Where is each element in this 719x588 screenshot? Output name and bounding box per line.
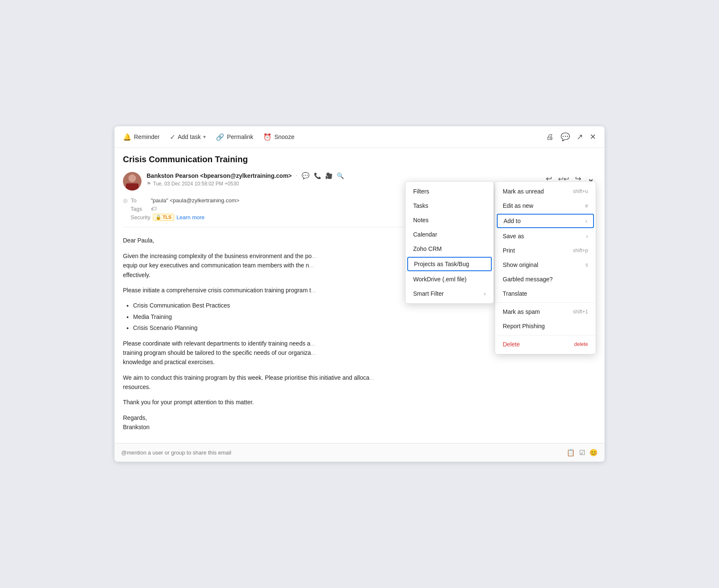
print-label: Print [503,247,515,254]
menu-item-mark-unread[interactable]: Mark as unread shift+u [495,184,596,199]
body-para-3: Please coordinate with relevant departme… [123,339,410,367]
body-para-1: Given the increasing complexity of the b… [123,251,410,280]
note-icon[interactable]: 📋 [566,449,575,457]
print-button[interactable]: 🖨 [546,133,554,142]
garbled-label: Garbled message? [503,276,553,283]
email-title: Crisis Communication Training [114,148,605,168]
translate-label: Translate [503,290,527,297]
show-original-label: Show original [503,261,538,268]
avatar-torso [126,183,139,191]
mention-icons: 📋 ☑ 😊 [566,449,598,457]
permalink-button[interactable]: 🔗 Permalink [216,133,253,141]
add-task-label: Add task [178,133,201,140]
close-button[interactable]: ✕ [590,132,596,142]
task-check-icon[interactable]: ☑ [579,449,585,457]
submenu-item-calendar[interactable]: Calendar [406,227,493,242]
submenu-item-smartfilter[interactable]: Smart Filter › [406,286,493,301]
menu-item-show-original[interactable]: Show original s [495,258,596,272]
submenu-smartfilter-label: Smart Filter [413,290,444,297]
submenu-item-filters[interactable]: Filters [406,184,493,199]
menu-item-save-as[interactable]: Save as › [495,229,596,243]
menu-item-add-to[interactable]: Add to › [497,214,594,228]
mark-spam-shortcut: shift+1 [573,309,588,315]
reminder-icon: 🔔 [123,133,131,141]
sender-action-icons: 💬 📞 🎥 🔍 [302,172,344,180]
to-label: ◎ To [123,197,148,204]
reminder-label: Reminder [134,133,160,140]
expand-icon: ↗ [577,132,583,142]
list-item: Media Training [133,312,410,321]
mark-unread-shortcut: shift+u [573,188,588,194]
close-icon: ✕ [590,132,596,142]
mark-unread-label: Mark as unread [503,188,544,195]
submenu-filters-label: Filters [413,188,429,195]
add-to-label: Add to [504,218,520,224]
menu-item-print[interactable]: Print shift+p [495,243,596,258]
submenu-item-zohocrm[interactable]: Zoho CRM [406,242,493,256]
email-body: Dear Paula, Given the increasing complex… [114,231,419,443]
toolbar-left: 🔔 Reminder ✓ Add task ▾ 🔗 Permalink ⏰ Sn… [123,133,294,141]
submenu-smartfilter-arrow-icon: › [484,290,486,297]
print-icon: 🖨 [546,133,554,142]
permalink-label: Permalink [227,133,253,140]
submenu-projects-label: Projects as Task/Bug [414,261,469,267]
sender-display: Bankston Pearson <bpearson@zylkertrainin… [147,172,292,179]
body-para-4: We aim to conduct this training program … [123,373,410,392]
body-closing: Regards,Brankston [123,413,410,432]
menu-item-report-phishing[interactable]: Report Phishing [495,319,596,333]
add-task-chevron-icon: ▾ [203,134,206,140]
submenu-calendar-label: Calendar [413,231,437,238]
eye-circle-icon: ◎ [123,197,128,204]
submenu-zohocrm-label: Zoho CRM [413,245,442,252]
menu-item-mark-spam[interactable]: Mark as spam shift+1 [495,305,596,319]
mention-input[interactable] [121,449,566,456]
sender-phone-icon[interactable]: 📞 [314,172,321,179]
flag-icon: ⚑ [147,181,151,187]
chat-button[interactable]: 💬 [561,132,570,142]
add-to-submenu: Filters Tasks Notes Calendar Zoho CRM Pr… [405,181,494,304]
clock-icon: ⏰ [263,133,272,141]
menu-item-translate[interactable]: Translate [495,286,596,301]
menu-item-delete[interactable]: Delete delete [495,337,596,351]
submenu-item-workdrive[interactable]: WorkDrive (.eml file) [406,272,493,286]
edit-as-new-label: Edit as new [503,202,533,209]
edit-as-new-shortcut: e [585,203,588,209]
chat-icon: 💬 [561,132,570,142]
add-to-arrow-icon: › [585,218,587,224]
sender-comment-icon[interactable]: 💬 [302,172,310,180]
tags-label: Tags [123,206,148,212]
body-greeting: Dear Paula, [123,236,410,245]
submenu-tasks-label: Tasks [413,202,428,209]
list-item: Crisis Scenario Planning [133,323,410,332]
submenu-item-projects[interactable]: Projects as Task/Bug [407,257,492,271]
snooze-button[interactable]: ⏰ Snooze [263,133,294,141]
submenu-notes-label: Notes [413,217,429,223]
sender-name-row: Bankston Pearson <bpearson@zylkertrainin… [147,172,344,180]
menu-item-garbled[interactable]: Garbled message? [495,272,596,286]
save-as-arrow-icon: › [586,233,588,240]
context-menu-divider-2 [495,335,596,335]
sender-details: Bankston Pearson <bpearson@zylkertrainin… [147,172,344,187]
submenu-item-tasks[interactable]: Tasks [406,199,493,213]
tls-badge: 🔒 TLS [153,214,174,221]
menu-item-edit-as-new[interactable]: Edit as new e [495,199,596,213]
snooze-label: Snooze [274,133,294,140]
body-para-2: Please initiate a comprehensive crisis c… [123,286,410,295]
print-shortcut: shift+p [573,248,588,253]
emoji-icon[interactable]: 😊 [589,449,598,457]
mark-spam-label: Mark as spam [503,308,540,315]
sender-video-icon[interactable]: 🎥 [325,172,332,179]
learn-more-link[interactable]: Learn more [177,214,204,220]
body-para-5: Thank you for your prompt attention to t… [123,397,410,407]
toolbar: 🔔 Reminder ✓ Add task ▾ 🔗 Permalink ⏰ Sn… [114,126,605,148]
report-phishing-label: Report Phishing [503,323,545,329]
reminder-button[interactable]: 🔔 Reminder [123,133,160,141]
link-icon: 🔗 [216,133,224,141]
toolbar-right: 🖨 💬 ↗ ✕ [546,132,596,142]
security-label: Security [123,214,150,220]
tag-icon: 🏷 [151,205,157,212]
submenu-item-notes[interactable]: Notes [406,213,493,227]
expand-button[interactable]: ↗ [577,132,583,142]
add-task-button[interactable]: ✓ Add task ▾ [170,133,206,141]
sender-search-icon[interactable]: 🔍 [337,172,344,179]
